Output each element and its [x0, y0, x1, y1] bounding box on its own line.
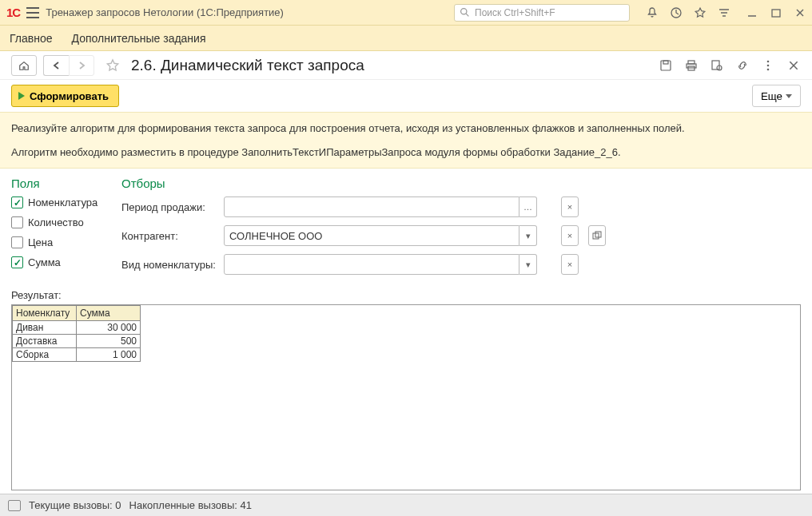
nomenclature-type-dropdown-button[interactable]: ▾ [519, 254, 537, 275]
more-button-label: Еще [761, 90, 782, 102]
field-row-1: Количество [11, 216, 107, 228]
counterparty-open-button[interactable] [588, 225, 606, 246]
preview-icon[interactable] [710, 58, 724, 73]
home-button[interactable] [11, 55, 37, 76]
favorite-star-icon[interactable] [105, 58, 120, 73]
filter-counterparty-label: Контрагент: [121, 230, 217, 242]
status-accumulated-calls: Накопленные вызовы: 41 [129, 499, 252, 511]
search-placeholder: Поиск Ctrl+Shift+F [475, 7, 555, 18]
cell-name-1: Доставка [13, 335, 77, 348]
titlebar: 1C Тренажер запросов Нетологии (1С:Предп… [0, 0, 812, 26]
maximize-button[interactable] [770, 7, 782, 18]
fields-header: Поля [11, 177, 107, 190]
svg-line-1 [466, 14, 468, 16]
back-button[interactable] [43, 55, 69, 76]
action-bar: Сформировать Еще [0, 80, 812, 112]
filter-period-label: Период продажи: [121, 201, 217, 213]
main-content: Поля НоменклатураКоличествоЦенаСумма Отб… [0, 169, 812, 286]
field-checkbox-0[interactable] [11, 196, 23, 208]
history-icon[interactable] [670, 6, 683, 19]
filters-header: Отборы [121, 177, 801, 190]
menu-lines-icon[interactable] [718, 6, 730, 19]
form-button[interactable]: Сформировать [11, 85, 119, 107]
cell-sum-0: 30 000 [77, 321, 141, 335]
logo-1c: 1C [6, 6, 20, 19]
result-label: Результат: [11, 289, 801, 301]
period-ellipsis-button[interactable]: … [519, 196, 537, 217]
search-icon [460, 7, 470, 18]
link-icon[interactable] [735, 58, 750, 73]
search-input[interactable]: Поиск Ctrl+Shift+F [454, 4, 630, 22]
counterparty-clear-button[interactable]: × [561, 225, 579, 246]
status-icon[interactable] [8, 500, 21, 511]
filter-nomenclature-type-input[interactable] [224, 254, 519, 275]
svg-rect-7 [772, 10, 780, 17]
cell-name-0: Диван [13, 321, 77, 335]
filter-counterparty-input[interactable]: СОЛНЕЧНОЕ ООО [224, 225, 519, 246]
field-row-2: Цена [11, 236, 107, 248]
page-title: 2.6. Динамический текст запроса [131, 57, 652, 74]
filter-counterparty-value: СОЛНЕЧНОЕ ООО [229, 230, 514, 242]
result-table: НоменклатуСумма Диван30 000Доставка500Сб… [12, 305, 141, 362]
result-table-container[interactable]: НоменклатуСумма Диван30 000Доставка500Сб… [11, 304, 801, 490]
instruction-line-1: Реализуйте алгоритм для формирования тек… [11, 121, 801, 137]
statusbar: Текущие вызовы: 0 Накопленные вызовы: 41 [0, 494, 812, 516]
field-checkbox-1[interactable] [11, 216, 23, 228]
menu-main[interactable]: Главное [10, 32, 53, 45]
field-label-1: Количество [28, 216, 84, 228]
filter-nomenclature-type-row: Вид номенклатуры: ▾ × [121, 254, 801, 275]
cell-sum-1: 500 [77, 335, 141, 348]
filter-counterparty-row: Контрагент: СОЛНЕЧНОЕ ООО ▾ × [121, 225, 801, 246]
table-row[interactable]: Сборка1 000 [13, 348, 141, 362]
svg-point-19 [767, 68, 770, 70]
bell-icon[interactable] [646, 6, 659, 19]
hamburger-icon[interactable] [26, 7, 39, 18]
form-button-label: Сформировать [30, 90, 109, 102]
table-header-0[interactable]: Номенклату [13, 306, 77, 321]
table-row[interactable]: Диван30 000 [13, 321, 141, 335]
svg-rect-10 [661, 61, 671, 70]
print-icon[interactable] [684, 58, 699, 73]
nomenclature-type-clear-button[interactable]: × [561, 254, 579, 275]
field-checkbox-2[interactable] [11, 236, 23, 248]
filter-period-row: Период продажи: … × [121, 196, 801, 217]
instruction-line-2: Алгоритм необходимо разместить в процеду… [11, 145, 801, 161]
field-row-3: Сумма [11, 256, 107, 268]
close-button[interactable] [794, 7, 806, 18]
window-title: Тренажер запросов Нетологии (1С:Предприя… [46, 6, 448, 18]
field-label-0: Номенклатура [28, 196, 98, 208]
svg-point-0 [461, 9, 467, 14]
period-clear-button[interactable]: × [561, 196, 579, 217]
chevron-down-icon [786, 94, 792, 98]
table-row[interactable]: Доставка500 [13, 335, 141, 348]
filters-column: Отборы Период продажи: … × Контрагент: С… [121, 177, 801, 283]
table-header-1[interactable]: Сумма [77, 306, 141, 321]
filter-period-input[interactable] [224, 196, 519, 217]
svg-rect-11 [663, 61, 668, 64]
svg-rect-15 [712, 61, 719, 69]
play-icon [18, 92, 25, 100]
minimize-button[interactable] [746, 7, 758, 18]
star-icon[interactable] [694, 6, 707, 19]
cell-name-2: Сборка [13, 348, 77, 362]
more-button[interactable]: Еще [752, 85, 801, 107]
svg-point-18 [767, 64, 770, 66]
close-tab-icon[interactable] [786, 58, 801, 73]
menubar: Главное Дополнительные задания [0, 26, 812, 51]
result-area: Результат: НоменклатуСумма Диван30 000До… [0, 286, 812, 494]
status-current-calls: Текущие вызовы: 0 [29, 499, 121, 511]
field-label-2: Цена [28, 236, 53, 248]
field-checkbox-3[interactable] [11, 256, 23, 268]
page-header: 2.6. Динамический текст запроса [0, 51, 812, 80]
menu-extra[interactable]: Дополнительные задания [72, 32, 206, 45]
more-menu-icon[interactable] [761, 58, 775, 73]
save-icon[interactable] [659, 58, 673, 73]
fields-column: Поля НоменклатураКоличествоЦенаСумма [11, 177, 107, 283]
svg-point-17 [767, 60, 770, 62]
field-label-3: Сумма [28, 256, 61, 268]
instructions-panel: Реализуйте алгоритм для формирования тек… [0, 112, 812, 169]
cell-sum-2: 1 000 [77, 348, 141, 362]
counterparty-dropdown-button[interactable]: ▾ [519, 225, 537, 246]
forward-button[interactable] [69, 55, 94, 76]
field-row-0: Номенклатура [11, 196, 107, 208]
